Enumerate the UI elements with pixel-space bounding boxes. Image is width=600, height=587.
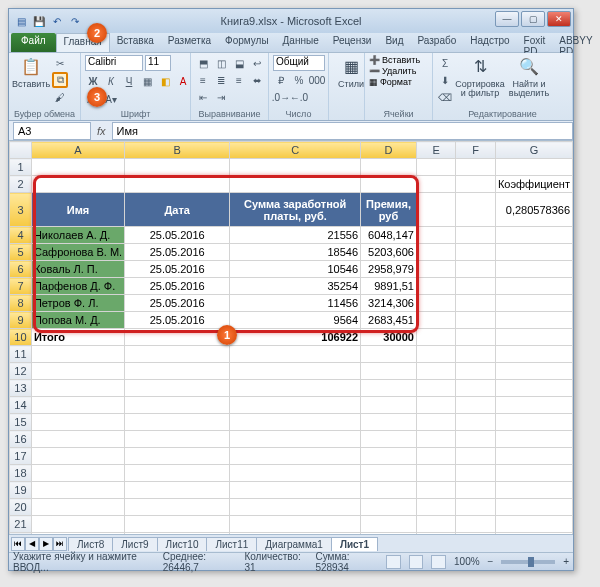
italic-button[interactable]: К xyxy=(103,73,119,89)
col-header-E[interactable]: E xyxy=(416,142,455,159)
font-name-select[interactable]: Calibri xyxy=(85,55,143,71)
sheet-scroll[interactable]: A B C D E F G 1 2Коэффициент 3 Имя Дата … xyxy=(9,141,573,534)
maximize-button[interactable]: ▢ xyxy=(521,11,545,27)
header-name[interactable]: Имя xyxy=(31,193,124,227)
row-header[interactable]: 22 xyxy=(10,533,32,535)
paste-button[interactable]: 📋 Вставить xyxy=(13,55,49,89)
format-cells-button[interactable]: ▦Формат xyxy=(369,77,412,87)
sort-filter-button[interactable]: ⇅ Сортировка и фильтр xyxy=(456,55,504,98)
cell-name[interactable]: Коваль Л. П. xyxy=(31,261,124,278)
row-header[interactable]: 20 xyxy=(10,499,32,516)
row-header[interactable]: 12 xyxy=(10,363,32,380)
sheet-nav-first[interactable]: ⏮ xyxy=(11,537,25,551)
row-header[interactable]: 13 xyxy=(10,380,32,397)
cell-name[interactable]: Николаев А. Д. xyxy=(31,227,124,244)
undo-icon[interactable]: ↶ xyxy=(49,13,65,29)
file-tab[interactable]: Файл xyxy=(11,33,56,52)
row-header[interactable]: 17 xyxy=(10,448,32,465)
dec-decimal-icon[interactable]: ←.0 xyxy=(291,89,307,105)
cell-sum[interactable]: 21556 xyxy=(230,227,361,244)
cell-date[interactable]: 25.05.2016 xyxy=(125,227,230,244)
formula-input[interactable]: Имя xyxy=(112,122,573,140)
minimize-button[interactable]: — xyxy=(495,11,519,27)
cell-total-sum[interactable]: 106922 xyxy=(230,329,361,346)
indent-inc-icon[interactable]: ⇥ xyxy=(213,89,229,105)
row-header[interactable]: 15 xyxy=(10,414,32,431)
autosum-icon[interactable]: Σ xyxy=(437,55,453,71)
cell-sum[interactable]: 11456 xyxy=(230,295,361,312)
font-size-select[interactable]: 11 xyxy=(145,55,171,71)
align-middle-icon[interactable]: ◫ xyxy=(213,55,229,71)
row-header[interactable]: 2 xyxy=(10,176,32,193)
row-header[interactable]: 8 xyxy=(10,295,32,312)
row-header[interactable]: 21 xyxy=(10,516,32,533)
sheet-nav-last[interactable]: ⏭ xyxy=(53,537,67,551)
align-bottom-icon[interactable]: ⬓ xyxy=(231,55,247,71)
align-center-icon[interactable]: ≣ xyxy=(213,72,229,88)
row-header[interactable]: 1 xyxy=(10,159,32,176)
col-header-D[interactable]: D xyxy=(361,142,417,159)
sheet-nav-prev[interactable]: ◀ xyxy=(25,537,39,551)
percent-icon[interactable]: % xyxy=(291,72,307,88)
align-top-icon[interactable]: ⬒ xyxy=(195,55,211,71)
view-break-button[interactable] xyxy=(431,555,446,569)
fill-icon[interactable]: ⬇ xyxy=(437,72,453,88)
header-sum[interactable]: Сумма заработной платы, руб. xyxy=(230,193,361,227)
tab-foxit[interactable]: Foxit PD xyxy=(517,33,553,52)
cut-icon[interactable]: ✂ xyxy=(52,55,68,71)
row-header[interactable]: 6 xyxy=(10,261,32,278)
cell-date[interactable]: 25.05.2016 xyxy=(125,312,230,329)
row-header[interactable]: 10 xyxy=(10,329,32,346)
redo-icon[interactable]: ↷ xyxy=(67,13,83,29)
col-header-A[interactable]: A xyxy=(31,142,124,159)
currency-icon[interactable]: ₽ xyxy=(273,72,289,88)
col-header-C[interactable]: C xyxy=(230,142,361,159)
cell-bonus[interactable]: 6048,147 xyxy=(361,227,417,244)
row-header[interactable]: 4 xyxy=(10,227,32,244)
cell-bonus[interactable]: 2958,979 xyxy=(361,261,417,278)
row-header[interactable]: 18 xyxy=(10,465,32,482)
tab-layout[interactable]: Разметка xyxy=(161,33,218,52)
koef-value[interactable]: 0,280578366 xyxy=(495,193,572,227)
row-header[interactable]: 5 xyxy=(10,244,32,261)
fill-color-button[interactable]: ◧ xyxy=(157,73,173,89)
col-header-G[interactable]: G xyxy=(495,142,572,159)
save-icon[interactable]: 💾 xyxy=(31,13,47,29)
inc-decimal-icon[interactable]: .0→ xyxy=(273,89,289,105)
sheet-tab-active[interactable]: Лист1 xyxy=(331,537,378,551)
tab-addins[interactable]: Надстро xyxy=(463,33,516,52)
number-format-select[interactable]: Общий xyxy=(273,55,325,71)
row-header[interactable]: 14 xyxy=(10,397,32,414)
underline-button[interactable]: Ч xyxy=(121,73,137,89)
wrap-text-icon[interactable]: ↩ xyxy=(249,55,265,71)
row-header[interactable]: 16 xyxy=(10,431,32,448)
zoom-slider[interactable] xyxy=(501,560,555,564)
row-header[interactable]: 19 xyxy=(10,482,32,499)
view-normal-button[interactable] xyxy=(386,555,401,569)
cell-date[interactable]: 25.05.2016 xyxy=(125,278,230,295)
styles-button[interactable]: ▦ Стили xyxy=(333,55,369,89)
align-right-icon[interactable]: ≡ xyxy=(231,72,247,88)
tab-formulas[interactable]: Формулы xyxy=(218,33,276,52)
header-bonus[interactable]: Премия, руб xyxy=(361,193,417,227)
row-header[interactable]: 11 xyxy=(10,346,32,363)
cell-name[interactable]: Сафронова В. М. xyxy=(31,244,124,261)
find-select-button[interactable]: 🔍 Найти и выделить xyxy=(507,55,551,98)
name-box[interactable]: A3 xyxy=(13,122,91,140)
view-layout-button[interactable] xyxy=(409,555,424,569)
cell-bonus[interactable]: 5203,606 xyxy=(361,244,417,261)
font-color-button[interactable]: A xyxy=(175,73,191,89)
worksheet[interactable]: A B C D E F G 1 2Коэффициент 3 Имя Дата … xyxy=(9,141,573,534)
sheet-tab[interactable]: Лист10 xyxy=(157,537,208,551)
fx-icon[interactable]: fx xyxy=(91,125,112,137)
tab-abbyy[interactable]: ABBYY PD xyxy=(552,33,599,52)
indent-dec-icon[interactable]: ⇤ xyxy=(195,89,211,105)
comma-icon[interactable]: 000 xyxy=(309,72,325,88)
sheet-tab[interactable]: Лист9 xyxy=(112,537,157,551)
border-button[interactable]: ▦ xyxy=(139,73,155,89)
copy-button[interactable]: ⧉ xyxy=(52,72,68,88)
tab-data[interactable]: Данные xyxy=(276,33,326,52)
cell-date[interactable]: 25.05.2016 xyxy=(125,295,230,312)
cell-date[interactable]: 25.05.2016 xyxy=(125,261,230,278)
sheet-nav-next[interactable]: ▶ xyxy=(39,537,53,551)
